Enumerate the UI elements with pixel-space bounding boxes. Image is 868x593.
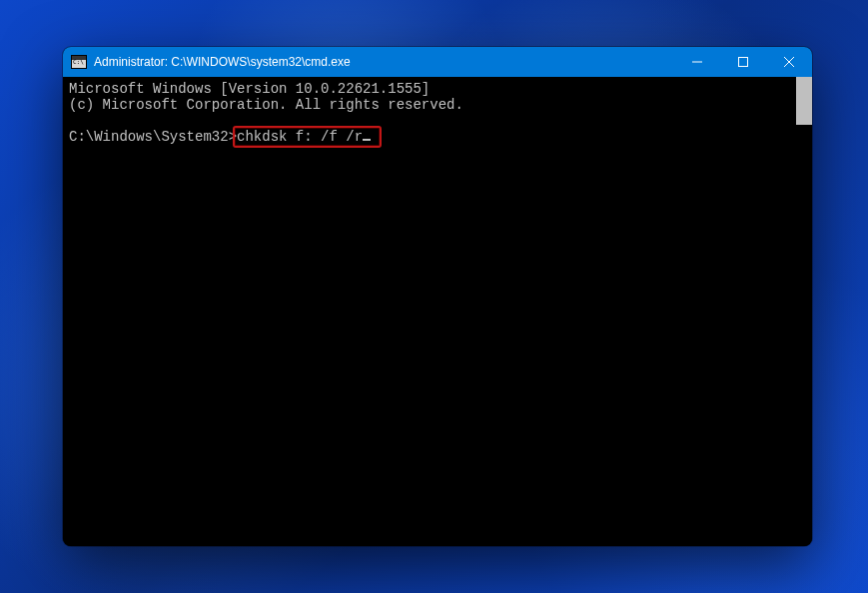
cmd-window: Administrator: C:\WINDOWS\system32\cmd.e… (63, 47, 812, 546)
terminal-line-blank (69, 113, 806, 129)
terminal-prompt: C:\Windows\System32> (69, 129, 237, 145)
maximize-button[interactable] (720, 47, 766, 77)
minimize-button[interactable] (674, 47, 720, 77)
terminal-prompt-line: C:\Windows\System32>chkdsk f: /f /r (69, 129, 806, 145)
terminal-body[interactable]: Microsoft Windows [Version 10.0.22621.15… (63, 77, 812, 546)
command-highlight-box: chkdsk f: /f /r (237, 129, 371, 145)
window-controls (674, 47, 812, 77)
minimize-icon (692, 57, 702, 67)
terminal-command: chkdsk f: /f /r (237, 129, 363, 145)
terminal-cursor (363, 139, 371, 141)
terminal-line-copyright: (c) Microsoft Corporation. All rights re… (69, 97, 806, 113)
maximize-icon (738, 57, 748, 67)
cmd-icon (71, 55, 87, 69)
close-icon (784, 57, 794, 67)
window-titlebar[interactable]: Administrator: C:\WINDOWS\system32\cmd.e… (63, 47, 812, 77)
window-title: Administrator: C:\WINDOWS\system32\cmd.e… (94, 55, 674, 69)
svg-rect-1 (739, 58, 748, 67)
terminal-line-version: Microsoft Windows [Version 10.0.22621.15… (69, 81, 806, 97)
scrollbar-thumb[interactable] (796, 77, 812, 125)
close-button[interactable] (766, 47, 812, 77)
